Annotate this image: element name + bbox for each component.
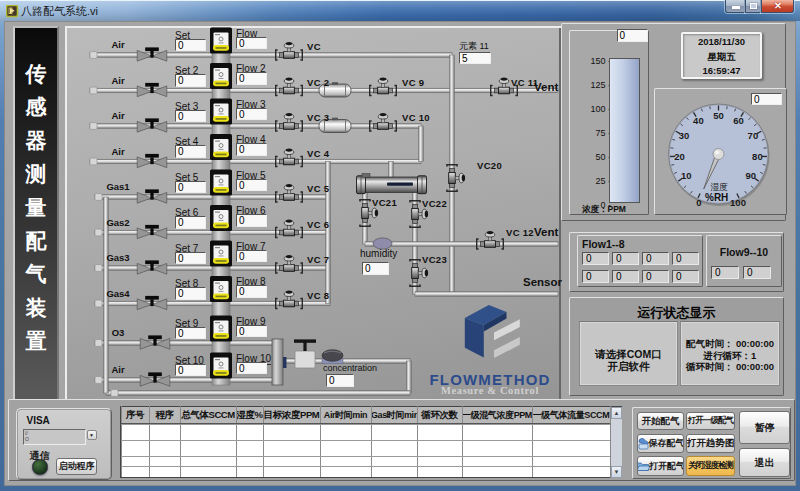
svg-text:0: 0 (696, 197, 701, 208)
svg-text:30: 30 (679, 130, 690, 141)
svg-text:80: 80 (752, 151, 763, 162)
svg-text:70: 70 (748, 130, 759, 141)
svg-text:湿度: 湿度 (711, 182, 729, 192)
svg-text:20: 20 (674, 151, 685, 162)
svg-text:60: 60 (733, 115, 744, 126)
svg-text:90: 90 (746, 170, 757, 181)
svg-text:10: 10 (681, 170, 692, 181)
svg-text:50: 50 (713, 110, 724, 121)
svg-text:40: 40 (693, 115, 704, 126)
